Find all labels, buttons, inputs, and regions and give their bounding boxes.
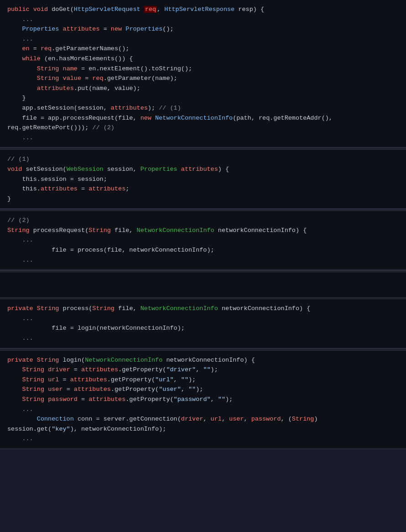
code-line: this.session = session; <box>0 174 406 184</box>
code-line: attributes.put(name, value); <box>0 84 406 94</box>
spacer-block <box>0 272 406 297</box>
code-line: void setSession(WebSession session, Prop… <box>0 164 406 174</box>
code-block-5: private String login(NetworkConnectionIn… <box>0 351 406 449</box>
code-block-2: // (1) void setSession(WebSession sessio… <box>0 150 406 209</box>
code-line: public void doGet(HttpServletRequest req… <box>0 5 406 15</box>
code-block-1: public void doGet(HttpServletRequest req… <box>0 0 406 148</box>
code-line: Connection conn = server.getConnection(d… <box>0 414 406 424</box>
code-line: app.setSession(session, attributes); // … <box>0 103 406 113</box>
code-line: en = req.getParameterNames(); <box>0 44 406 54</box>
code-line: ... <box>0 405 406 415</box>
code-block-3: // (2) String processRequest(String file… <box>0 211 406 270</box>
code-line: session.get("key"), networkConnectionInf… <box>0 424 406 434</box>
code-line: ... <box>0 434 406 444</box>
code-line: String user = attributes.getProperty("us… <box>0 385 406 395</box>
code-line: ... <box>0 255 406 265</box>
code-line: } <box>0 194 406 204</box>
code-line: String url = attributes.getProperty("url… <box>0 375 406 385</box>
code-line: private String login(NetworkConnectionIn… <box>0 355 406 365</box>
code-line: Properties attributes = new Properties()… <box>0 24 406 34</box>
code-line: String processRequest(String file, Netwo… <box>0 226 406 236</box>
code-line: String password = attributes.getProperty… <box>0 395 406 405</box>
code-line: file = login(networkConnectionInfo); <box>0 323 406 333</box>
code-line: ... <box>0 235 406 245</box>
code-line: file = process(file, networkConnectionIn… <box>0 245 406 255</box>
code-line: String name = en.nextElement().toString(… <box>0 64 406 74</box>
code-line: ... <box>0 15 406 25</box>
code-line: // (1) <box>0 154 406 164</box>
code-line: ... <box>0 314 406 324</box>
code-line: ... <box>0 333 406 343</box>
code-line: ... <box>0 133 406 143</box>
code-line: private String process(String file, Netw… <box>0 304 406 314</box>
code-line: String value = req.getParameter(name); <box>0 74 406 84</box>
code-line: this.attributes = attributes; <box>0 184 406 194</box>
code-line: // (2) <box>0 216 406 226</box>
code-block-4: private String process(String file, Netw… <box>0 299 406 348</box>
code-line: String driver = attributes.getProperty("… <box>0 365 406 375</box>
code-line: } <box>0 93 406 103</box>
code-line: file = app.processRequest(file, new Netw… <box>0 113 406 123</box>
code-line: req.getRemotePort())); // (2) <box>0 123 406 133</box>
code-line: while (en.hasMoreElements()) { <box>0 54 406 64</box>
code-line: ... <box>0 34 406 44</box>
